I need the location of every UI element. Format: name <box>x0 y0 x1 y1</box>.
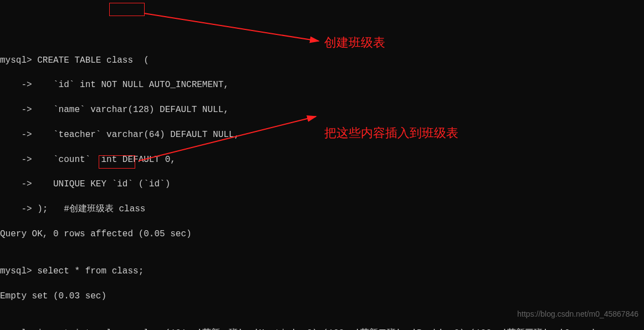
arrow-icon <box>111 8 321 47</box>
terminal-line: mysql> insert into class values(101, '萌新… <box>0 327 644 330</box>
terminal-line: -> `name` varchar(128) DEFAULT NULL, <box>0 104 644 116</box>
watermark: https://blog.csdn.net/m0_45867846 <box>517 309 638 320</box>
terminal-line: Query OK, 0 rows affected (0.05 sec) <box>0 228 644 240</box>
terminal-line: Empty set (0.03 sec) <box>0 290 644 302</box>
svg-line-0 <box>144 13 319 41</box>
terminal-line: -> `teacher` varchar(64) DEFAULT NULL, <box>0 129 644 141</box>
terminal-line: -> ); #创建班级表 class <box>0 203 644 215</box>
highlight-box <box>109 3 145 16</box>
terminal-line: -> `id` int NOT NULL AUTO_INCREMENT, <box>0 79 644 91</box>
terminal-line: mysql> select * from class; <box>0 265 644 277</box>
terminal-line: -> UNIQUE KEY `id` (`id`) <box>0 178 644 190</box>
terminal-line: mysql> CREATE TABLE class ( <box>0 54 644 67</box>
terminal-line: -> `count` int DEFAULT 0, <box>0 154 644 166</box>
annotation-text: 把这些内容插入到班级表 <box>324 125 458 142</box>
annotation-text: 创建班级表 <box>324 34 385 52</box>
